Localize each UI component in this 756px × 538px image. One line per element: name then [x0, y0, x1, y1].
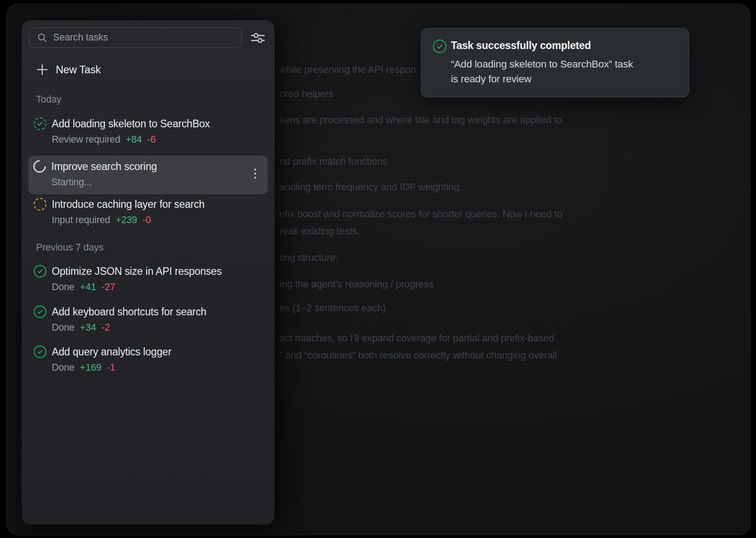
task-title: Add loading skeleton to SearchBox — [52, 116, 267, 131]
search-input[interactable]: Search tasks — [29, 27, 242, 48]
task-additions: +41 — [80, 279, 96, 295]
toast-title: Task successfully completed — [451, 38, 591, 53]
task-status: Done — [52, 359, 75, 376]
app-window: while preserving the API respon ored hel… — [6, 4, 751, 535]
search-placeholder: Search tasks — [53, 32, 108, 43]
dimmed-text-line: es (1–2 sentences each) — [279, 301, 386, 315]
task-additions: +34 — [80, 319, 96, 336]
section-label-previous-7-days: Previous 7 days — [36, 242, 104, 253]
task-sidebar: Search tasks New Task Today — [22, 20, 274, 525]
task-status: Done — [52, 279, 75, 295]
done-icon — [34, 345, 46, 358]
task-row-add-loading-skeleton[interactable]: Add loading skeleton to SearchBox Review… — [29, 116, 267, 148]
task-title: Add query analytics logger — [52, 344, 267, 359]
task-deletions: -2 — [101, 319, 110, 336]
task-status: Review required — [52, 131, 120, 148]
dimmed-text-line: nd prefix match functions — [279, 155, 387, 168]
task-additions: +84 — [126, 131, 142, 148]
dimmed-text-line: ored helpers — [279, 87, 333, 101]
task-title: Improve search scoring — [51, 159, 268, 174]
done-icon — [34, 265, 46, 278]
task-deletions: -1 — [107, 359, 115, 376]
review-required-icon — [34, 117, 46, 130]
dimmed-text-line: kens are processed and where title and t… — [279, 113, 562, 127]
new-task-label: New Task — [56, 64, 101, 76]
dimmed-text-line: andling term frequency and IDF weighting… — [279, 180, 462, 194]
dimmed-text-line: ting structure: — [279, 251, 338, 265]
kebab-menu-icon[interactable] — [250, 166, 261, 182]
task-row-add-query-analytics[interactable]: Add query analytics logger Done +169 -1 — [29, 344, 267, 376]
task-status: Done — [52, 319, 75, 336]
sliders-icon — [250, 31, 266, 45]
done-icon — [34, 305, 46, 318]
new-task-button[interactable]: New Task — [29, 62, 101, 77]
task-deletions: -6 — [147, 131, 156, 148]
task-title: Introduce caching layer for search — [52, 197, 267, 212]
task-additions: +239 — [116, 212, 137, 228]
dimmed-text-line: while preserving the API respon — [279, 63, 416, 76]
task-additions: +169 — [80, 359, 102, 376]
toast-notification[interactable]: Task successfully completed “Add loading… — [421, 28, 689, 98]
task-status: Input required — [52, 212, 110, 228]
task-row-optimize-json-size[interactable]: Optimize JSON size in API responses Done… — [29, 264, 267, 295]
task-deletions: -0 — [143, 212, 151, 228]
task-row-introduce-caching-layer[interactable]: Introduce caching layer for search Input… — [29, 197, 267, 228]
toast-message-line: is ready for review — [451, 72, 531, 86]
filter-button[interactable] — [248, 29, 267, 47]
desktop-background: while preserving the API respon ored hel… — [0, 0, 756, 538]
search-icon — [37, 32, 47, 43]
task-row-improve-search-scoring[interactable]: Improve search scoring Starting... — [28, 156, 268, 194]
task-title: Optimize JSON size in API responses — [52, 264, 267, 279]
task-title: Add keyboard shortcuts for search — [52, 304, 267, 319]
plus-icon — [36, 64, 48, 76]
dimmed-text-line: ” and “coroutines” both resolve correctl… — [279, 349, 557, 362]
spinner-icon — [31, 157, 49, 175]
success-check-icon — [433, 40, 446, 53]
task-status: Starting... — [51, 174, 92, 190]
task-deletions: -27 — [101, 279, 115, 295]
dimmed-text-line: reak existing tests. — [279, 224, 360, 238]
toast-message-line: “Add loading skeleton to SearchBox” task — [451, 57, 633, 72]
dimmed-text-line: efix boost and normalize scores for shor… — [279, 207, 562, 221]
dimmed-text-line: act matches, so I’ll expand coverage for… — [279, 332, 554, 345]
task-row-add-keyboard-shortcuts[interactable]: Add keyboard shortcuts for search Done +… — [29, 304, 267, 336]
dimmed-text-line: ing the agent’s reasoning / progress — [279, 278, 433, 291]
input-required-icon — [34, 198, 46, 211]
section-label-today: Today — [36, 94, 61, 105]
